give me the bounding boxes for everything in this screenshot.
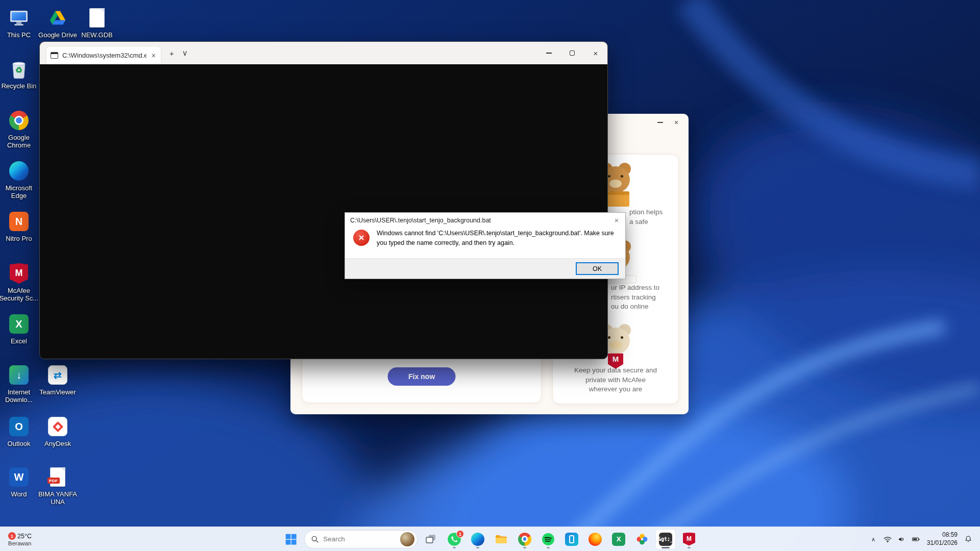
desktop-icon-teamviewer[interactable]: ⇄ TeamViewer — [37, 364, 78, 396]
fix-now-button[interactable]: Fix now — [388, 367, 456, 386]
desktop-icon-mcafee[interactable]: M McAfee Security Sc... — [0, 262, 39, 303]
taskbar-windows-terminal[interactable]: &gt;_ — [655, 529, 676, 549]
google-photos-icon — [635, 533, 649, 546]
desktop-icon-nitro-pro[interactable]: N Nitro Pro — [0, 210, 39, 242]
battery-icon[interactable] — [910, 529, 923, 549]
volume-icon[interactable] — [895, 529, 909, 549]
taskbar-search-box[interactable] — [304, 530, 418, 548]
clock-time: 08:59 — [927, 531, 958, 539]
taskbar-clock[interactable]: 08:59 31/01/2026 — [927, 531, 958, 547]
cmd-icon — [51, 52, 58, 59]
tab-dropdown-icon[interactable]: ∨ — [182, 48, 188, 58]
taskbar-spotify[interactable] — [538, 529, 558, 549]
desktop-icon-outlook[interactable]: O Outlook — [0, 415, 39, 447]
ok-button[interactable]: OK — [576, 262, 619, 275]
excel-icon: X — [612, 533, 625, 546]
excel-icon: X — [0, 313, 39, 335]
wifi-icon[interactable] — [881, 529, 894, 549]
new-tab-button[interactable]: + — [169, 49, 174, 58]
dialog-footer: OK — [345, 258, 625, 279]
error-dialog: C:\Users\USER\.tenjo\start_tenjo_backgro… — [345, 212, 626, 279]
weather-temperature: 25°C — [17, 533, 32, 540]
taskbar-firefox[interactable] — [585, 529, 605, 549]
pdf-file-icon: PDF — [37, 466, 78, 488]
taskbar-center-group: 1 X &gt;_ — [281, 529, 699, 549]
task-view-button[interactable] — [421, 529, 441, 549]
desktop-icon-label: Google Chrome — [0, 134, 39, 149]
taskbar-file-explorer[interactable] — [491, 529, 511, 549]
dialog-title-bar: C:\Users\USER\.tenjo\start_tenjo_backgro… — [345, 213, 625, 228]
desktop-icon-excel[interactable]: X Excel — [0, 313, 39, 345]
desktop-icon-recycle-bin[interactable]: ♻ Recycle Bin — [0, 58, 39, 90]
taskbar-excel[interactable]: X — [608, 529, 629, 549]
mcafee-shield-icon: M — [0, 262, 39, 285]
mcafee-minimize-button[interactable] — [654, 117, 666, 128]
tray-overflow-button[interactable]: ∧ — [867, 529, 880, 549]
running-indicator — [476, 547, 479, 548]
mcafee-close-button[interactable]: × — [670, 117, 682, 128]
terminal-tab-bar: C:\Windows\system32\cmd.e × + ∨ × — [40, 42, 607, 64]
dialog-title: C:\Users\USER\.tenjo\start_tenjo_backgro… — [350, 217, 610, 224]
windows-logo-icon — [284, 533, 298, 546]
desktop-icon-microsoft-edge[interactable]: Microsoft Edge — [0, 160, 39, 200]
desktop-icon-bima-pdf[interactable]: PDF BIMA YANFA UNA — [37, 466, 78, 506]
terminal-tab-close-icon[interactable]: × — [151, 52, 157, 60]
recycle-symbol: ♻ — [15, 65, 22, 75]
edge-icon — [471, 533, 484, 546]
word-icon: W — [0, 466, 39, 488]
desktop-icon-label: Word — [0, 490, 39, 498]
clock-date: 31/01/2026 — [927, 539, 958, 547]
terminal-tab-title: C:\Windows\system32\cmd.e — [62, 52, 146, 59]
desktop-icon-word[interactable]: W Word — [0, 466, 39, 498]
nitro-pro-icon: N — [0, 210, 39, 233]
running-indicator — [662, 547, 670, 548]
desktop-icon-anydesk[interactable]: AnyDesk — [37, 415, 78, 447]
desktop-icon-google-chrome[interactable]: Google Chrome — [0, 109, 39, 149]
desktop-icon-label: Internet Downlo... — [0, 388, 39, 404]
desktop-icon-idm[interactable]: ↓ Internet Downlo... — [0, 364, 39, 404]
taskbar-whatsapp[interactable]: 1 — [444, 529, 464, 549]
chrome-icon — [518, 533, 531, 546]
running-indicator — [523, 547, 526, 548]
desktop-icon-label: NEW.GDB — [77, 31, 117, 39]
terminal-close-button[interactable]: × — [584, 42, 607, 64]
desktop-icon-new-gdb[interactable]: NEW.GDB — [77, 7, 117, 39]
system-tray: ∧ 08:59 31/01/2026 — [867, 527, 978, 551]
desktop-icon-label: Google Drive — [37, 31, 78, 39]
error-icon: × — [353, 230, 370, 246]
desktop-icon-label: Excel — [0, 337, 39, 345]
running-indicator — [547, 547, 550, 548]
weather-condition: Berawan — [8, 540, 32, 546]
desktop-icon-label: Nitro Pro — [0, 235, 39, 242]
terminal-window: C:\Windows\system32\cmd.e × + ∨ × — [39, 41, 608, 359]
taskbar-mcafee[interactable]: M — [679, 529, 699, 549]
dialog-close-button[interactable]: × — [610, 216, 623, 224]
taskbar-edge[interactable] — [468, 529, 488, 549]
taskbar-phone-link[interactable] — [561, 529, 582, 549]
terminal-tab[interactable]: C:\Windows\system32\cmd.e × — [46, 46, 161, 64]
desktop-icon-label: Recycle Bin — [0, 82, 39, 90]
taskbar-google-photos[interactable] — [632, 529, 652, 549]
notification-bell-icon[interactable] — [962, 529, 975, 549]
phone-link-icon — [565, 533, 578, 546]
firefox-icon — [589, 533, 602, 546]
this-pc-icon — [0, 7, 39, 29]
search-spotlight-image[interactable] — [400, 532, 414, 546]
terminal-maximize-button[interactable] — [560, 42, 584, 64]
taskbar-chrome[interactable] — [514, 529, 535, 549]
desktop-icon-label: Microsoft Edge — [0, 184, 39, 200]
weather-widget[interactable]: 1 25°C Berawan — [5, 529, 35, 550]
desktop-icon-this-pc[interactable]: This PC — [0, 7, 39, 39]
anydesk-icon — [37, 415, 78, 438]
edge-icon — [0, 160, 39, 182]
spotify-icon — [542, 533, 555, 546]
search-input[interactable] — [323, 535, 396, 543]
desktop-icon-label: This PC — [0, 31, 39, 39]
start-button[interactable] — [281, 529, 301, 549]
terminal-output-area[interactable] — [40, 64, 607, 359]
desktop-icon-google-drive[interactable]: Google Drive — [37, 7, 78, 39]
terminal-minimize-button[interactable] — [537, 42, 560, 64]
running-indicator — [688, 547, 691, 548]
widget-notification-badge: 1 — [8, 532, 16, 540]
mcafee-shield-icon: M — [683, 533, 695, 546]
